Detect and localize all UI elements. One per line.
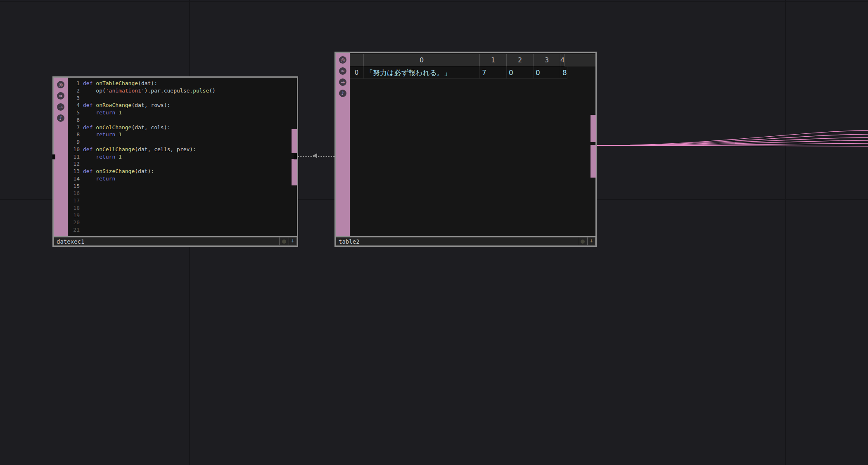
reference-wire-arrow-icon [313,153,317,158]
column-header[interactable]: 3 [534,54,560,66]
line-number: 3 [69,95,80,102]
viewer-flag-icon[interactable]: ◎ [57,81,64,88]
network-canvas[interactable]: ◎≈→♪ 1def onTableChange(dat):2 op('anima… [0,0,868,465]
table-header-row: 01234 [350,54,595,66]
code-line: 18 [69,204,297,212]
code-line: 14 return [69,175,297,183]
output-connector[interactable] [292,129,297,153]
code-text: return [83,175,115,183]
line-number: 17 [69,197,80,204]
output-connector[interactable] [591,115,596,142]
line-number: 19 [69,212,80,219]
code-line: 13def onSizeChange(dat): [69,168,297,175]
table-cell[interactable]: 0 [534,66,560,79]
namebar-controls: + [279,237,296,245]
line-number: 4 [69,102,80,109]
code-text: return 1 [83,109,122,116]
code-text: def onColChange(dat, cols): [83,124,170,131]
output-connector[interactable] [591,145,596,178]
table-cell[interactable]: 「努力は必ず報われる。」 [364,66,480,79]
code-text: def onCellChange(dat, cells, prev): [83,146,196,153]
output-wire[interactable] [597,145,868,146]
table-rows: 0「努力は必ず報われる。」7008 [350,66,595,79]
input-connector[interactable] [52,154,55,159]
code-text: def onRowChange(dat, rows): [83,102,170,109]
node-namebar: datexec1 + [54,237,297,246]
dat-code-viewer[interactable]: 1def onTableChange(dat):2 op('animation1… [68,78,297,236]
node-flag-sidebar: ◎≈→♪ [336,53,350,236]
column-header[interactable]: 4 [560,54,565,66]
row-header[interactable]: 0 [350,66,364,79]
table-cell[interactable]: 8 [560,66,567,79]
line-number: 14 [69,175,80,183]
column-header[interactable]: 2 [507,54,534,66]
code-line: 7def onColChange(dat, cols): [69,124,297,131]
output-connector[interactable] [292,159,297,185]
code-line: 16 [69,190,297,197]
table-cell[interactable]: 0 [507,66,534,79]
code-text: def onTableChange(dat): [83,80,157,87]
code-line: 8 return 1 [69,131,297,138]
language-flag-icon[interactable]: ♪ [339,90,346,97]
code-line: 1def onTableChange(dat): [69,80,297,87]
code-line: 5 return 1 [69,109,297,116]
line-number: 7 [69,124,80,131]
code-line: 19 [69,212,297,219]
line-number: 10 [69,146,80,153]
code-line: 11 return 1 [69,153,297,161]
namebar-controls: + [578,237,595,245]
line-number: 12 [69,160,80,168]
code-line: 9 [69,138,297,146]
line-number: 15 [69,183,80,190]
line-number: 11 [69,153,80,161]
node-body: ◎≈→♪ 1def onTableChange(dat):2 op('anima… [54,78,297,236]
line-number: 1 [69,80,80,87]
column-header[interactable]: 0 [364,54,480,66]
code-line: 3 [69,95,297,102]
line-number: 13 [69,168,80,175]
line-number: 2 [69,87,80,95]
expand-button[interactable]: + [587,237,595,245]
activity-flag-icon[interactable]: ≈ [339,67,346,75]
code-text: return 1 [83,153,122,161]
reference-output-connector[interactable] [294,154,297,159]
status-dot[interactable] [282,240,286,244]
table-corner-cell [350,54,364,66]
line-number: 5 [69,109,80,116]
export-flag-icon[interactable]: → [339,78,346,86]
code-line: 2 op('animation1').par.cuepulse.pulse() [69,87,297,95]
status-dot[interactable] [581,240,585,244]
node-table2[interactable]: ◎≈→♪ 01234 0「努力は必ず報われる。」7008 table2 + [334,52,597,247]
node-body: ◎≈→♪ 01234 0「努力は必ず報われる。」7008 [336,53,595,236]
line-number: 8 [69,131,80,138]
code-text: op('animation1').par.cuepulse.pulse() [83,87,216,95]
language-flag-icon[interactable]: ♪ [57,114,64,122]
activity-flag-icon[interactable]: ≈ [57,92,64,100]
output-wire[interactable] [597,138,868,145]
code-line: 10def onCellChange(dat, cells, prev): [69,146,297,153]
export-flag-icon[interactable]: → [57,103,64,111]
expand-button[interactable]: + [289,237,296,245]
code-line: 17 [69,197,297,204]
line-number: 20 [69,219,80,226]
node-datexec1[interactable]: ◎≈→♪ 1def onTableChange(dat):2 op('anima… [52,76,298,247]
code-text: def onSizeChange(dat): [83,168,154,175]
output-wire[interactable] [597,130,868,145]
code-line: 4def onRowChange(dat, rows): [69,102,297,109]
table-row: 0「努力は必ず報われる。」7008 [350,66,595,79]
node-flag-sidebar: ◎≈→♪ [54,78,68,236]
line-number: 21 [69,226,80,234]
node-name-label[interactable]: datexec1 [57,238,279,245]
node-namebar: table2 + [336,237,595,246]
code-text: return 1 [83,131,122,138]
viewer-flag-icon[interactable]: ◎ [339,56,346,64]
column-header[interactable]: 1 [480,54,507,66]
dat-table-viewer[interactable]: 01234 0「努力は必ず報われる。」7008 [350,53,595,236]
line-number: 6 [69,116,80,124]
code-line: 15 [69,183,297,190]
table-cell[interactable]: 7 [480,66,507,79]
code-line: 12 [69,160,297,168]
node-name-label[interactable]: table2 [339,238,578,245]
code-line: 20 [69,219,297,226]
line-number: 16 [69,190,80,197]
